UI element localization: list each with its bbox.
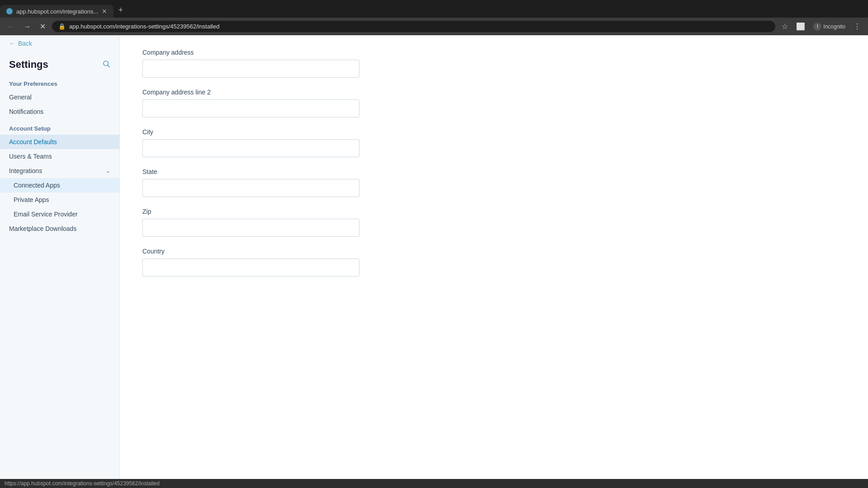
state-label: State: [142, 168, 845, 175]
company-address-label: Company address: [142, 49, 845, 56]
form-group-zip: Zip: [142, 208, 845, 237]
zip-label: Zip: [142, 208, 845, 215]
tab-label: app.hubspot.com/integrations...: [16, 8, 98, 15]
browser-chrome: app.hubspot.com/integrations... ✕ + ← → …: [0, 0, 868, 35]
state-input[interactable]: [142, 179, 359, 197]
company-address-2-input[interactable]: [142, 99, 359, 117]
account-defaults-label: Account Defaults: [9, 138, 57, 145]
city-label: City: [142, 128, 845, 136]
city-input[interactable]: [142, 139, 359, 157]
toolbar-icons: ☆ ⬜ I Incognito ⋮: [779, 20, 863, 33]
sidebar-item-email-service-provider[interactable]: Email Service Provider: [0, 207, 119, 221]
notifications-label: Notifications: [9, 108, 43, 115]
browser-toolbar: ← → ✕ 🔒 app.hubspot.com/integrations-set…: [0, 18, 868, 35]
forward-nav-button[interactable]: →: [21, 21, 33, 33]
sidebar-item-notifications[interactable]: Notifications: [0, 104, 119, 119]
sidebar-item-marketplace-downloads[interactable]: Marketplace Downloads: [0, 221, 119, 236]
menu-button[interactable]: ⋮: [851, 20, 863, 33]
back-arrow-icon: ←: [9, 40, 15, 47]
integrations-chevron-icon: ⌄: [106, 168, 110, 174]
tab-favicon: [6, 8, 13, 14]
profile-button[interactable]: I Incognito: [811, 20, 848, 33]
form-group-state: State: [142, 168, 845, 197]
svg-line-1: [108, 65, 109, 67]
reload-button[interactable]: ✕: [37, 20, 48, 33]
sidebar-item-general[interactable]: General: [0, 90, 119, 104]
search-button[interactable]: [102, 60, 110, 70]
form-group-city: City: [142, 128, 845, 157]
connected-apps-label: Connected Apps: [14, 182, 60, 189]
incognito-label: Incognito: [823, 23, 845, 30]
section-account-setup: Account Setup: [0, 119, 119, 135]
email-service-provider-label: Email Service Provider: [14, 211, 78, 218]
country-label: Country: [142, 248, 845, 255]
settings-title: Settings: [9, 59, 48, 70]
zip-input[interactable]: [142, 219, 359, 237]
general-label: General: [9, 94, 32, 101]
browser-tabs: app.hubspot.com/integrations... ✕ +: [0, 0, 868, 18]
private-apps-label: Private Apps: [14, 196, 49, 203]
sidebar-header: Settings: [0, 52, 119, 74]
users-teams-label: Users & Teams: [9, 153, 52, 160]
section-your-preferences: Your Preferences: [0, 74, 119, 90]
country-input[interactable]: [142, 258, 359, 277]
new-tab-button[interactable]: +: [113, 3, 127, 18]
main-layout: ← Back Settings Your Preferences General…: [0, 35, 868, 479]
sidebar-item-connected-apps[interactable]: Connected Apps: [0, 178, 119, 192]
company-address-2-label: Company address line 2: [142, 89, 845, 96]
back-button[interactable]: ← Back: [0, 35, 119, 52]
url-text: app.hubspot.com/integrations-settings/45…: [69, 23, 219, 30]
sidebar-item-account-defaults[interactable]: Account Defaults: [0, 135, 119, 149]
active-tab: app.hubspot.com/integrations... ✕: [0, 5, 113, 18]
content-area: Company address Company address line 2 C…: [120, 35, 868, 479]
sidebar-item-integrations[interactable]: Integrations ⌄: [0, 164, 119, 178]
tab-close-button[interactable]: ✕: [102, 8, 107, 15]
company-address-input[interactable]: [142, 60, 359, 78]
status-url: https://app.hubspot.com/integrations-set…: [5, 480, 160, 487]
split-view-button[interactable]: ⬜: [793, 20, 808, 33]
form-group-company-address: Company address: [142, 49, 845, 78]
address-bar[interactable]: 🔒 app.hubspot.com/integrations-settings/…: [52, 21, 775, 32]
bookmark-button[interactable]: ☆: [779, 20, 791, 33]
form-group-company-address-2: Company address line 2: [142, 89, 845, 117]
sidebar-item-users-teams[interactable]: Users & Teams: [0, 149, 119, 164]
form-group-country: Country: [142, 248, 845, 277]
sidebar: ← Back Settings Your Preferences General…: [0, 35, 120, 479]
integrations-label: Integrations: [9, 167, 42, 174]
back-label: Back: [18, 40, 32, 47]
marketplace-downloads-label: Marketplace Downloads: [9, 225, 76, 232]
status-bar: https://app.hubspot.com/integrations-set…: [0, 479, 868, 488]
back-nav-button[interactable]: ←: [5, 21, 17, 33]
sidebar-item-private-apps[interactable]: Private Apps: [0, 192, 119, 207]
